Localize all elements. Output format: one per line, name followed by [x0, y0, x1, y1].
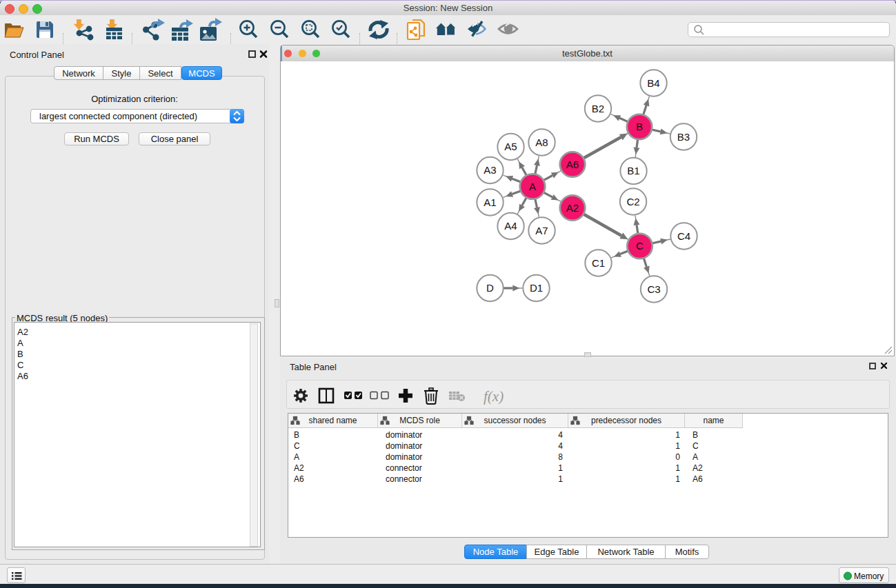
- svg-text:A: A: [529, 181, 536, 192]
- svg-text:Memory: Memory: [854, 571, 884, 581]
- svg-text:B1: B1: [627, 165, 639, 176]
- svg-text:A6: A6: [566, 159, 579, 170]
- svg-text:A3: A3: [484, 164, 496, 176]
- svg-text:A2: A2: [566, 202, 579, 214]
- svg-text:f(x): f(x): [484, 388, 504, 405]
- svg-text:D: D: [486, 282, 494, 294]
- svg-text:B: B: [636, 121, 643, 132]
- svg-text:A4: A4: [504, 220, 517, 232]
- svg-text:C4: C4: [677, 230, 690, 242]
- svg-text:B3: B3: [677, 131, 690, 143]
- svg-text:A8: A8: [535, 136, 548, 148]
- svg-text:D1: D1: [530, 282, 543, 294]
- svg-text:B2: B2: [592, 103, 604, 114]
- svg-text:B4: B4: [647, 77, 659, 89]
- svg-text:C2: C2: [626, 196, 639, 207]
- svg-text:A5: A5: [504, 141, 517, 152]
- svg-text:C1: C1: [592, 257, 605, 269]
- svg-text:A1: A1: [484, 196, 496, 208]
- svg-text:C: C: [636, 240, 644, 252]
- svg-text:A7: A7: [535, 225, 548, 236]
- svg-text:C3: C3: [647, 283, 660, 295]
